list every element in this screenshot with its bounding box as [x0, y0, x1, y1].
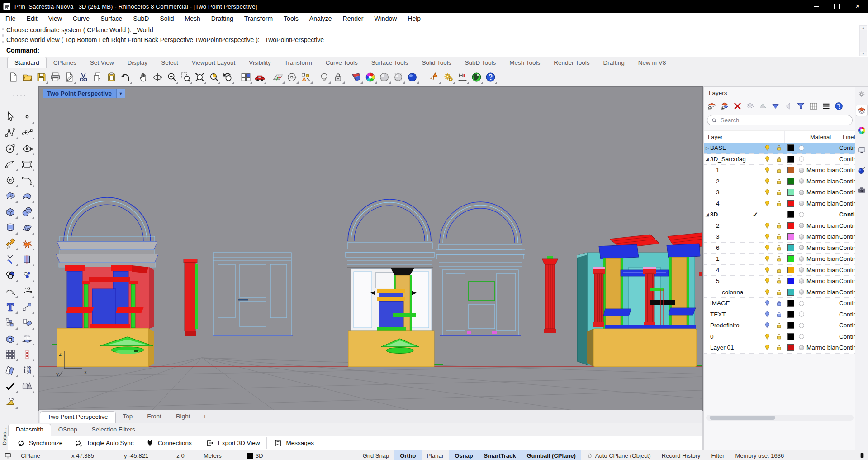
layer-row[interactable]: 1Marmo biancoContinuous — [704, 254, 856, 265]
auto-cplane-object--pane[interactable]: Auto CPlane (Object) — [581, 450, 656, 460]
split-icon[interactable] — [19, 252, 35, 267]
solid-primitives-icon[interactable] — [19, 379, 35, 393]
lock-closed-icon[interactable] — [773, 299, 785, 307]
layer-linetype[interactable]: Continuous — [839, 211, 856, 218]
layer-row[interactable]: PredefinitoContinuous — [704, 320, 856, 331]
layer-material[interactable]: Marmo bianco — [806, 278, 839, 284]
lock-tool-icon[interactable] — [331, 70, 345, 84]
search-input[interactable] — [720, 116, 849, 124]
menu-drafting[interactable]: Drafting — [206, 15, 239, 22]
bulb-off-icon[interactable] — [761, 299, 773, 307]
layer-row[interactable]: ▷BASEContinuous — [704, 143, 856, 154]
dimension-icon[interactable] — [455, 70, 470, 84]
layer-color-swatch[interactable] — [785, 300, 797, 307]
layer-material[interactable]: Marmo bianco — [806, 289, 839, 296]
layer-material[interactable]: Marmo bianco — [806, 267, 839, 273]
copy-icon[interactable] — [90, 70, 104, 84]
bulb-on-icon[interactable] — [761, 233, 773, 240]
new-layer-icon[interactable] — [706, 100, 718, 112]
new-viewport-tab-button[interactable]: + — [197, 410, 212, 423]
layer-linetype[interactable]: Continuous — [839, 267, 856, 273]
layer-linetype[interactable]: Continuous — [839, 200, 856, 207]
layer-linetype[interactable]: Continuous — [839, 233, 856, 240]
layer-linetype[interactable]: Continuous — [839, 322, 856, 329]
sphere-icon[interactable] — [19, 204, 35, 219]
layer-color-swatch[interactable] — [785, 289, 797, 296]
lock-open-icon[interactable] — [773, 155, 785, 163]
lock-open-icon[interactable] — [773, 166, 785, 174]
help-icon[interactable] — [833, 100, 844, 112]
named-view-icon[interactable] — [285, 70, 299, 84]
lock-open-icon[interactable] — [773, 200, 785, 207]
lock-open-icon[interactable] — [773, 266, 785, 274]
bulb-on-icon[interactable] — [761, 277, 773, 285]
lock-open-icon[interactable] — [773, 288, 785, 296]
blocks-icon[interactable] — [3, 315, 18, 330]
bulb-on-icon[interactable] — [761, 255, 773, 263]
ellipse-tool-icon[interactable] — [19, 141, 35, 156]
fillet-curve-icon[interactable] — [19, 172, 35, 187]
layer-linetype[interactable]: Continuous — [839, 333, 856, 340]
toolbar-tab-display[interactable]: Display — [121, 58, 154, 68]
lock-open-icon[interactable] — [773, 344, 785, 351]
material-ball-icon[interactable] — [797, 233, 806, 240]
material-ball-icon[interactable] — [797, 333, 806, 340]
layer-linetype[interactable]: Continuous — [839, 300, 856, 307]
adjust-curve-icon[interactable] — [3, 283, 18, 298]
layer-material[interactable]: Marmo bianco — [806, 244, 839, 251]
help-icon[interactable] — [484, 70, 498, 84]
layer-color-swatch[interactable] — [785, 200, 797, 207]
toolbar-tab-viewport-layout[interactable]: Viewport Layout — [185, 58, 242, 68]
layer-color-swatch[interactable] — [785, 322, 797, 329]
export-3d-view-button[interactable]: Export 3D View — [200, 436, 266, 450]
bulb-on-icon[interactable] — [761, 222, 773, 230]
rect-tool-icon[interactable] — [19, 157, 35, 172]
menu-render[interactable]: Render — [337, 15, 369, 22]
point-circles-icon[interactable] — [19, 268, 35, 283]
new-sublayer-icon[interactable] — [719, 100, 730, 112]
menu-transform[interactable]: Transform — [239, 15, 278, 22]
duplicate-layer-icon[interactable] — [744, 100, 756, 112]
boolean-circles-icon[interactable] — [3, 268, 18, 283]
lock-open-icon[interactable] — [773, 233, 785, 240]
collapsed-panel-tab[interactable]: Datas... — [0, 423, 9, 450]
bulb-on-icon[interactable] — [761, 288, 773, 296]
viewport[interactable]: z y x Two Point Perspective ▼ — [39, 87, 702, 410]
layer-row[interactable]: 5Marmo biancoContinuous — [704, 276, 856, 287]
cut-icon[interactable] — [76, 70, 90, 84]
material-ball-icon[interactable] — [797, 222, 806, 229]
scroll-down-icon[interactable]: ▼ — [862, 52, 865, 56]
layer-linetype[interactable]: Continuous — [839, 255, 856, 262]
viewport-menu-dropdown[interactable]: ▼ — [116, 89, 125, 98]
minimize-button[interactable] — [806, 0, 826, 13]
layer-color-swatch[interactable] — [785, 167, 797, 173]
grab-pyramid-icon[interactable] — [3, 394, 18, 409]
layer-material[interactable]: Marmo bianco — [806, 222, 839, 229]
layer-linetype[interactable]: Continuous — [839, 278, 856, 284]
layer-linetype[interactable]: Continuous — [839, 222, 856, 229]
explode-icon[interactable] — [19, 236, 35, 251]
layer-row[interactable]: ◢3D_SarcofagContinuous — [704, 154, 856, 165]
material-ball-icon[interactable] — [797, 177, 806, 185]
material-ball-icon[interactable] — [797, 200, 806, 207]
bulb-on-icon[interactable] — [761, 177, 773, 185]
material-ball-icon[interactable] — [797, 300, 806, 307]
bulb-on-icon[interactable] — [761, 144, 773, 152]
open-icon[interactable] — [20, 70, 34, 84]
delete-layer-icon[interactable] — [731, 100, 743, 112]
grid-snap-pane[interactable]: Grid Snap — [357, 450, 395, 460]
menu-icon[interactable] — [820, 100, 832, 112]
layer-row[interactable]: 2Marmo biancoContinuous — [704, 220, 856, 232]
layer-row[interactable]: 3Marmo biancoContinuous — [704, 187, 856, 198]
bulb-on-icon[interactable] — [761, 333, 773, 340]
point-icon[interactable] — [19, 109, 35, 124]
layer-linetype[interactable]: Continuous — [839, 311, 856, 318]
layer-linetype[interactable]: Continuous — [839, 178, 856, 185]
status-monitor-icon[interactable] — [0, 452, 15, 460]
menu-view[interactable]: View — [43, 15, 67, 22]
material-ball-icon[interactable] — [797, 278, 806, 285]
lock-open-icon[interactable] — [773, 177, 785, 185]
material-ball-icon[interactable] — [797, 211, 806, 218]
bulb-off-icon[interactable] — [761, 321, 773, 329]
panel-tab-osnap[interactable]: OSnap — [51, 424, 85, 436]
